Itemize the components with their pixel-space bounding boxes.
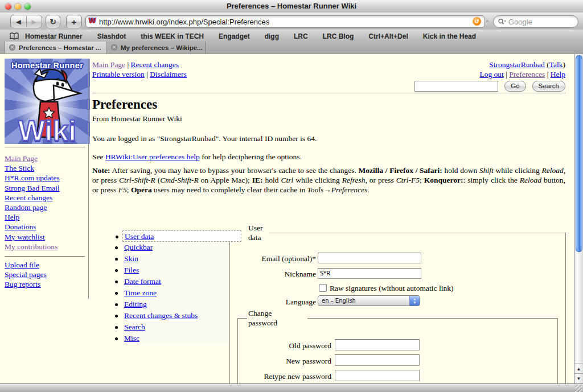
pref-section-link[interactable]: Skin	[124, 254, 138, 263]
header-link[interactable]: Main Page	[92, 60, 125, 69]
resize-grip-icon[interactable]	[575, 385, 582, 392]
header-link[interactable]: Preferences	[509, 70, 545, 79]
go-button[interactable]: Go	[504, 81, 525, 92]
bookmark-item[interactable]: Homestar Runner	[25, 32, 83, 40]
bookmark-item[interactable]: Slashdot	[97, 32, 126, 40]
fieldset-border	[237, 318, 247, 319]
pref-section-link[interactable]: Files	[124, 266, 139, 274]
sidebar-link-item: The Stick	[5, 164, 60, 174]
header-link[interactable]: Log out	[480, 70, 504, 79]
search-magnifier-icon[interactable]	[498, 18, 507, 25]
back-button[interactable]: ◀	[11, 16, 26, 27]
fieldset-border	[557, 318, 558, 383]
raw-signatures-checkbox[interactable]	[319, 284, 327, 292]
sidebar-link[interactable]: Main Page	[5, 154, 38, 163]
bookmark-item[interactable]: digg	[265, 32, 279, 40]
scroll-up-button[interactable]: ▲	[574, 364, 583, 374]
pref-section-link[interactable]: Recent changes & stubs	[124, 311, 198, 320]
sidebar-link[interactable]: Recent changes	[5, 193, 52, 202]
header-link[interactable]: Recent changes	[131, 60, 179, 69]
scroll-down-button[interactable]: ▼	[574, 373, 583, 383]
language-dropdown[interactable]: en – English ▲▼	[318, 295, 420, 306]
email-input[interactable]	[318, 253, 421, 263]
tab-my-preferences[interactable]: ✕ My preferences – Wikipe...	[106, 42, 206, 53]
sidebar-link[interactable]: My watchlist	[5, 233, 45, 241]
tab-label: Preferences – Homestar ...	[19, 44, 101, 51]
sidebar-link-item: My watchlist	[5, 233, 60, 242]
header-link[interactable]: Disclaimers	[150, 70, 186, 79]
tab-close-icon[interactable]: ✕	[9, 44, 15, 51]
pref-section-link[interactable]: Quickbar	[124, 243, 153, 251]
sidebar-rule	[5, 256, 85, 257]
wiki-search-input[interactable]	[414, 81, 498, 92]
sidebar-link[interactable]: Random page	[5, 203, 47, 212]
username-link[interactable]: StrongstarRunbad	[489, 60, 545, 69]
address-bar[interactable]: W http://www.hrwiki.org/index.php/Specia…	[85, 15, 485, 28]
reload-button[interactable]: ↻	[46, 15, 60, 28]
sidebar-link[interactable]: Donations	[5, 222, 36, 231]
new-tab-button[interactable]: +	[66, 15, 82, 28]
note-italic: Tools→Preferences	[307, 185, 368, 194]
field-resize-handle-icon[interactable]: ^	[486, 19, 488, 25]
tab-close-icon[interactable]: ✕	[111, 44, 117, 51]
language-label: Language	[228, 298, 316, 307]
browser-window: Preferences – Homestar Runner Wiki ◀ ▶ ↻…	[0, 0, 583, 392]
preference-sections-list: User dataQuickbarSkinFilesDate formatTim…	[122, 230, 241, 344]
old-password-input[interactable]	[335, 339, 420, 350]
retype-password-input[interactable]	[335, 370, 420, 381]
bookmark-item[interactable]: LRC	[294, 32, 308, 40]
sidebar-link[interactable]: The Stick	[5, 164, 34, 172]
email-label: Email (optional)*	[228, 254, 316, 263]
header-link[interactable]: Help	[551, 70, 565, 79]
search-placeholder: Google	[508, 18, 532, 26]
header-link[interactable]: Printable version	[92, 70, 145, 79]
hrwiki-logo[interactable]: Homestar Runner Wiki	[5, 59, 90, 144]
user-links-row2: Log out | Preferences | Help	[480, 69, 566, 79]
snapback-icon[interactable]: ↺	[473, 17, 481, 26]
pref-section-link[interactable]: Editing	[124, 300, 147, 308]
forward-button[interactable]: ▶	[27, 16, 42, 27]
sidebar-link[interactable]: My contributions	[5, 242, 58, 251]
bookmarks-book-icon[interactable]	[9, 32, 19, 40]
sidebar-link[interactable]: Upload file	[5, 261, 39, 269]
pref-section-item: Editing	[122, 299, 228, 310]
sidebar-link[interactable]: Help	[5, 213, 19, 221]
pref-section-link[interactable]: Date format	[124, 277, 161, 286]
bookmark-item[interactable]: Kick in the Head	[423, 32, 476, 40]
vertical-scrollbar[interactable]: ▲ ▼	[574, 54, 583, 383]
talk-link[interactable]: Talk	[549, 60, 563, 69]
sidebar-link[interactable]: Special pages	[5, 270, 47, 279]
paren: )	[563, 60, 566, 69]
sidebar-link-item: Special pages	[5, 270, 47, 280]
pref-section-link[interactable]: User data	[125, 232, 154, 241]
sidebar-link[interactable]: H*R.com updates	[5, 174, 60, 182]
sidebar-link-item: Main Page	[5, 154, 60, 164]
new-password-input[interactable]	[335, 354, 420, 366]
pref-section-link[interactable]: Misc	[124, 334, 139, 343]
sidebar-link-item: Random page	[5, 203, 60, 213]
pref-section-link[interactable]: Time zone	[124, 288, 157, 297]
bookmark-item[interactable]: Engadget	[219, 32, 250, 40]
sidebar-rule	[5, 147, 85, 147]
sidebar-link-item: Help	[5, 213, 60, 222]
scrollbar-thumb[interactable]	[576, 55, 582, 252]
pref-section-link[interactable]: Search	[124, 323, 145, 331]
search-button[interactable]: Search	[532, 81, 565, 92]
note-italic: Reload	[541, 166, 563, 175]
bookmark-item[interactable]: LRC Blog	[323, 32, 354, 40]
sidebar-link[interactable]: Bug reports	[5, 280, 40, 288]
nickname-input[interactable]	[318, 268, 421, 279]
sidebar-tools: Upload fileSpecial pagesBug reports	[5, 261, 47, 290]
sidebar-link[interactable]: Strong Bad Email	[5, 184, 60, 192]
sidebar-nav: Main PageThe StickH*R.com updatesStrong …	[5, 154, 60, 252]
google-search-field[interactable]: Google	[493, 15, 578, 28]
site-favicon-icon: W	[89, 18, 97, 26]
tab-bar: ✕ Preferences – Homestar ... ✕ My prefer…	[0, 42, 583, 55]
user-preferences-help-link[interactable]: HRWiki:User preferences help	[105, 152, 200, 161]
raw-signatures-label: Raw signatures (without automatic link)	[330, 283, 453, 293]
tab-preferences[interactable]: ✕ Preferences – Homestar ...	[5, 42, 107, 53]
nickname-label: Nickname	[228, 270, 316, 279]
change-password-legend: Change password	[248, 308, 288, 328]
bookmark-item[interactable]: this WEEK in TECH	[141, 32, 204, 40]
bookmark-item[interactable]: Ctrl+Alt+Del	[368, 32, 408, 40]
